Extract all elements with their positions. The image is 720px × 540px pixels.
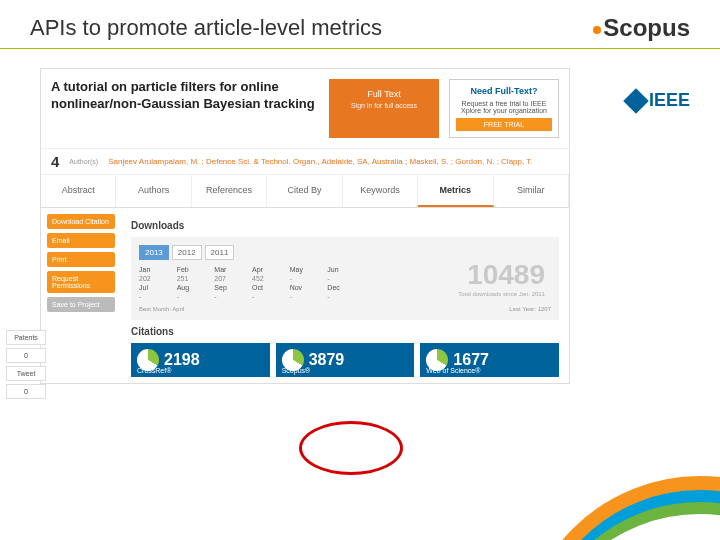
tab-citedby[interactable]: Cited By bbox=[267, 175, 342, 207]
mo-oct: Oct bbox=[252, 284, 284, 291]
tweet-button[interactable]: Tweet bbox=[6, 366, 46, 381]
patents-widget[interactable]: Patents bbox=[6, 330, 46, 345]
scopus-count: 3879 bbox=[309, 351, 345, 369]
mo-jan: Jan bbox=[139, 266, 171, 273]
side-download[interactable]: Download Citation bbox=[47, 214, 115, 229]
v-aug: - bbox=[177, 293, 209, 300]
citation-crossref[interactable]: 2198 CrossRef® bbox=[131, 343, 270, 377]
side-email[interactable]: Email bbox=[47, 233, 115, 248]
count-widget-1: 0 bbox=[6, 348, 46, 363]
v-dec: - bbox=[327, 293, 359, 300]
best-month: Best Month: April bbox=[139, 306, 184, 312]
scopus-label: Scopus® bbox=[282, 367, 311, 374]
slide-header: APIs to promote article-level metrics Sc… bbox=[0, 0, 720, 49]
embedded-screenshot: A tutorial on particle filters for onlin… bbox=[40, 68, 570, 384]
citations-row: 2198 CrossRef® 3879 Scopus® 1677 Web of … bbox=[131, 343, 559, 377]
v-mar: 207 bbox=[214, 275, 246, 282]
fulltext-sub: Sign in for full access bbox=[333, 102, 435, 109]
tab-references[interactable]: References bbox=[192, 175, 267, 207]
annotation-circle bbox=[299, 421, 403, 475]
v-jun: - bbox=[327, 275, 359, 282]
fulltext-label: Full Text bbox=[333, 89, 435, 99]
mo-may: May bbox=[290, 266, 322, 273]
v-feb: 251 bbox=[177, 275, 209, 282]
side-save[interactable]: Save to Project bbox=[47, 297, 115, 312]
article-header: A tutorial on particle filters for onlin… bbox=[41, 69, 569, 148]
mo-jul: Jul bbox=[139, 284, 171, 291]
v-may: - bbox=[290, 275, 322, 282]
v-jan: 202 bbox=[139, 275, 171, 282]
downloads-title: Downloads bbox=[131, 220, 559, 231]
fulltext-button[interactable]: Full Text Sign in for full access bbox=[329, 79, 439, 138]
slide-title: APIs to promote article-level metrics bbox=[30, 15, 382, 41]
total-downloads-label: Total downloads since Jan. 2011 bbox=[458, 291, 545, 297]
side-print[interactable]: Print bbox=[47, 252, 115, 267]
mo-dec: Dec bbox=[327, 284, 359, 291]
action-sidebar: Download Citation Email Print Request Pe… bbox=[41, 208, 121, 383]
v-jul: - bbox=[139, 293, 171, 300]
scopus-text: Scopus bbox=[603, 14, 690, 41]
need-fulltext-box: Need Full-Text? Request a free trial to … bbox=[449, 79, 559, 138]
ieee-text: IEEE bbox=[649, 90, 690, 111]
downloads-box: 2013 2012 2011 Jan Feb Mar Apr May Jun 2… bbox=[131, 237, 559, 320]
content-area: Download Citation Email Print Request Pe… bbox=[41, 208, 569, 383]
total-downloads: 10489 bbox=[467, 259, 545, 291]
mo-nov: Nov bbox=[290, 284, 322, 291]
mo-jun: Jun bbox=[327, 266, 359, 273]
tab-abstract[interactable]: Abstract bbox=[41, 175, 116, 207]
tab-similar[interactable]: Similar bbox=[494, 175, 569, 207]
year-tabs: 2013 2012 2011 bbox=[139, 245, 551, 260]
side-permissions[interactable]: Request Permissions bbox=[47, 271, 115, 293]
need-title: Need Full-Text? bbox=[456, 86, 552, 96]
author-count-label: Author(s) bbox=[69, 158, 98, 165]
mo-mar: Mar bbox=[214, 266, 246, 273]
free-trial-button[interactable]: FREE TRIAL bbox=[456, 118, 552, 131]
count-widget-2: 0 bbox=[6, 384, 46, 399]
year-2013[interactable]: 2013 bbox=[139, 245, 169, 260]
tab-authors[interactable]: Authors bbox=[116, 175, 191, 207]
v-nov: - bbox=[290, 293, 322, 300]
mo-apr: Apr bbox=[252, 266, 284, 273]
citations-title: Citations bbox=[131, 326, 559, 337]
decorative-swoosh bbox=[440, 440, 720, 540]
year-2011[interactable]: 2011 bbox=[205, 245, 235, 260]
author-names[interactable]: Sanjeev Arulampalam, M. ; Defence Sci. &… bbox=[108, 157, 532, 166]
share-widgets: Patents 0 Tweet 0 bbox=[6, 330, 46, 402]
tab-keywords[interactable]: Keywords bbox=[343, 175, 418, 207]
ieee-diamond-icon bbox=[623, 88, 648, 113]
last-year: Last Year: 1207 bbox=[509, 306, 551, 312]
crossref-label: CrossRef® bbox=[137, 367, 171, 374]
mo-sep: Sep bbox=[214, 284, 246, 291]
v-apr: 452 bbox=[252, 275, 284, 282]
mo-feb: Feb bbox=[177, 266, 209, 273]
v-oct: - bbox=[252, 293, 284, 300]
need-sub: Request a free trial to IEEE Xplore for … bbox=[456, 100, 552, 114]
wos-label: Web of Science® bbox=[426, 367, 480, 374]
tab-bar: Abstract Authors References Cited By Key… bbox=[41, 175, 569, 208]
metrics-panel: Downloads 2013 2012 2011 Jan Feb Mar Apr… bbox=[121, 208, 569, 383]
article-title: A tutorial on particle filters for onlin… bbox=[51, 79, 319, 138]
authors-row: 4 Author(s) Sanjeev Arulampalam, M. ; De… bbox=[41, 148, 569, 175]
downloads-footnote: Best Month: April Last Year: 1207 bbox=[139, 306, 551, 312]
tab-metrics[interactable]: Metrics bbox=[418, 175, 493, 207]
ieee-logo: IEEE bbox=[627, 90, 690, 111]
year-2012[interactable]: 2012 bbox=[172, 245, 202, 260]
mo-aug: Aug bbox=[177, 284, 209, 291]
month-grid: Jan Feb Mar Apr May Jun 202 251 207 452 … bbox=[139, 266, 359, 300]
scopus-logo: Scopus bbox=[593, 14, 690, 42]
citation-wos[interactable]: 1677 Web of Science® bbox=[420, 343, 559, 377]
v-sep: - bbox=[214, 293, 246, 300]
citation-scopus[interactable]: 3879 Scopus® bbox=[276, 343, 415, 377]
author-count: 4 bbox=[51, 153, 59, 170]
